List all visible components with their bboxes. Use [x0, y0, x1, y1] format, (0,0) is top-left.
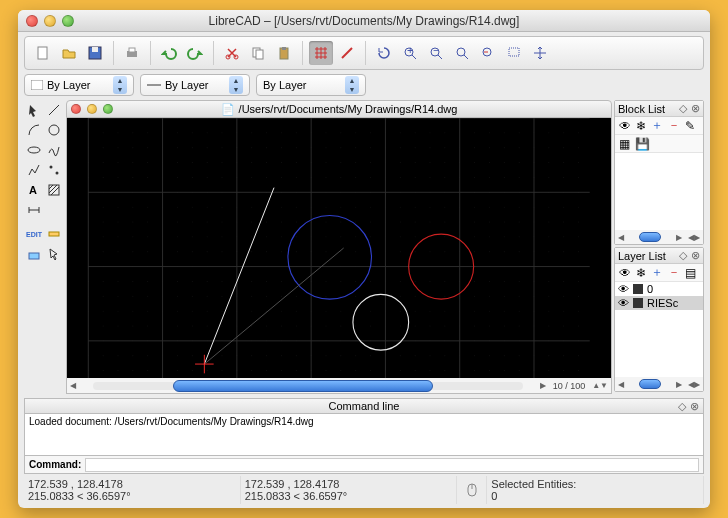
svg-point-243 — [251, 132, 252, 133]
svg-line-670 — [204, 188, 274, 364]
svg-point-250 — [251, 236, 252, 237]
remove-block-button[interactable]: － — [668, 117, 680, 134]
eye-icon[interactable]: 👁 — [619, 119, 631, 133]
svg-point-399 — [370, 311, 371, 312]
zoom-previous-button[interactable] — [476, 41, 500, 65]
polyline-tool[interactable] — [24, 160, 44, 180]
svg-point-467 — [430, 251, 431, 252]
undo-button[interactable] — [157, 41, 181, 65]
freeze-icon[interactable]: ❄ — [636, 266, 646, 280]
svg-point-334 — [326, 147, 327, 148]
minimize-window-button[interactable] — [44, 15, 56, 27]
layer-selector[interactable]: By Layer ▲▼ — [24, 74, 134, 96]
close-window-button[interactable] — [26, 15, 38, 27]
svg-point-532 — [489, 147, 490, 148]
copy-button[interactable] — [246, 41, 270, 65]
layer-list-body[interactable]: 👁0👁RIESc — [615, 282, 703, 377]
layer-row[interactable]: 👁0 — [615, 282, 703, 296]
zoom-window-tool-button[interactable] — [502, 41, 526, 65]
layer-row[interactable]: 👁RIESc — [615, 296, 703, 310]
svg-point-300 — [296, 177, 297, 178]
zoom-redraw-button[interactable] — [372, 41, 396, 65]
save-file-button[interactable] — [83, 41, 107, 65]
doc-zoom-button[interactable] — [103, 104, 113, 114]
svg-point-127 — [147, 281, 148, 282]
eye-icon[interactable]: 👁 — [618, 297, 629, 309]
panel-close-icon[interactable]: ⊗ — [691, 102, 700, 115]
zoom-window-button[interactable] — [62, 15, 74, 27]
svg-point-613 — [548, 281, 549, 282]
hatch-tool[interactable] — [44, 180, 64, 200]
layer-name: 0 — [647, 283, 653, 295]
doc-minimize-button[interactable] — [87, 104, 97, 114]
scroll-left-button[interactable]: ◀ — [67, 381, 79, 390]
doc-close-button[interactable] — [71, 104, 81, 114]
lineweight-selector[interactable]: By Layer ▲▼ — [256, 74, 366, 96]
line-tool[interactable] — [44, 100, 64, 120]
block-tool[interactable] — [24, 244, 44, 264]
edit-block-button[interactable]: ✎ — [685, 119, 695, 133]
zoom-auto-button[interactable] — [450, 41, 474, 65]
cut-button[interactable] — [220, 41, 244, 65]
svg-point-629 — [563, 251, 564, 252]
zoom-pan-button[interactable] — [528, 41, 552, 65]
select-tool[interactable] — [44, 244, 64, 264]
stepper-icon[interactable]: ▲▼ — [113, 76, 127, 94]
linetype-selector[interactable]: By Layer ▲▼ — [140, 74, 250, 96]
arc-tool[interactable] — [24, 120, 44, 140]
print-button[interactable] — [120, 41, 144, 65]
panel-undock-icon[interactable]: ◇ — [679, 249, 687, 262]
ellipse-tool[interactable] — [24, 140, 44, 160]
zoom-out-button[interactable]: − — [424, 41, 448, 65]
remove-layer-button[interactable]: － — [668, 264, 680, 281]
eye-icon[interactable]: 👁 — [619, 266, 631, 280]
point-tool[interactable] — [44, 160, 64, 180]
svg-point-210 — [222, 177, 223, 178]
modify-tool[interactable]: EDIT — [24, 224, 44, 244]
grid-toggle-button[interactable] — [309, 41, 333, 65]
svg-point-647 — [578, 251, 579, 252]
zoom-in-button[interactable]: + — [398, 41, 422, 65]
panel-undock-icon[interactable]: ◇ — [679, 102, 687, 115]
svg-point-554 — [504, 207, 505, 208]
layer-color-swatch — [633, 284, 643, 294]
measure-tool[interactable] — [44, 224, 64, 244]
spline-tool[interactable] — [44, 140, 64, 160]
save-block-button[interactable]: 💾 — [635, 137, 650, 151]
command-input[interactable] — [85, 458, 699, 472]
text-tool[interactable]: A — [24, 180, 44, 200]
drawing-canvas[interactable] — [66, 118, 612, 378]
svg-rect-42 — [49, 232, 59, 236]
open-file-button[interactable] — [57, 41, 81, 65]
edit-layer-button[interactable]: ▤ — [685, 266, 696, 280]
panel-undock-icon[interactable]: ◇ — [678, 400, 686, 413]
add-layer-button[interactable]: ＋ — [651, 264, 663, 281]
svg-point-258 — [251, 355, 252, 356]
stepper-icon[interactable]: ▲▼ — [229, 76, 243, 94]
svg-point-219 — [222, 311, 223, 312]
svg-point-66 — [103, 177, 104, 178]
layer-list-scrollbar[interactable]: ◀▶◀▶ — [615, 377, 703, 391]
add-block-button[interactable]: ＋ — [651, 117, 663, 134]
paste-button[interactable] — [272, 41, 296, 65]
pointer-tool[interactable] — [24, 100, 44, 120]
svg-point-390 — [370, 177, 371, 178]
eye-icon[interactable]: 👁 — [618, 283, 629, 295]
svg-rect-27 — [31, 80, 43, 90]
horizontal-scrollbar[interactable] — [93, 379, 523, 393]
block-list-body[interactable] — [615, 153, 703, 230]
redo-button[interactable] — [183, 41, 207, 65]
zoom-stepper[interactable]: ▲▼ — [589, 381, 611, 390]
scroll-right-button[interactable]: ▶ — [537, 381, 549, 390]
block-list-scrollbar[interactable]: ◀▶◀▶ — [615, 230, 703, 244]
draft-mode-button[interactable] — [335, 41, 359, 65]
new-file-button[interactable] — [31, 41, 55, 65]
circle-tool[interactable] — [44, 120, 64, 140]
panel-close-icon[interactable]: ⊗ — [690, 400, 699, 413]
dimension-tool[interactable] — [24, 200, 44, 220]
stepper-icon[interactable]: ▲▼ — [345, 76, 359, 94]
svg-point-550 — [504, 147, 505, 148]
panel-close-icon[interactable]: ⊗ — [691, 249, 700, 262]
freeze-icon[interactable]: ❄ — [636, 119, 646, 133]
insert-block-button[interactable]: ▦ — [619, 137, 630, 151]
